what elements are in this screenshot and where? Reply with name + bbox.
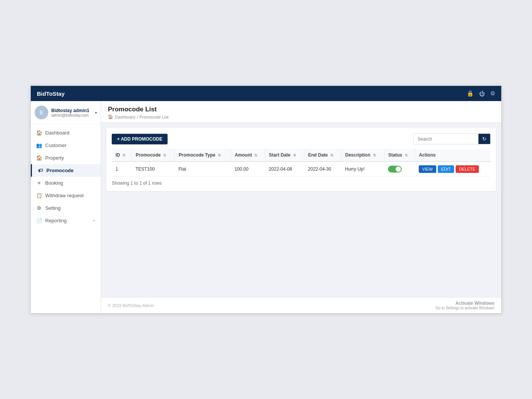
col-description: Description ⇅ — [341, 149, 384, 162]
cell-description: Hurry Up! — [341, 162, 384, 177]
reporting-icon: 📄 — [36, 218, 42, 223]
home-breadcrumb-icon: 🏠 — [108, 114, 113, 119]
gear-icon[interactable]: ⚙ — [490, 90, 495, 97]
main-card: + ADD PROMOCODE ↻ ID ⇅ — [106, 128, 496, 191]
sidebar-item-promocode[interactable]: 🏷 Promocode — [31, 164, 101, 177]
sort-icon-end-date[interactable]: ⇅ — [330, 153, 333, 157]
cell-start-date: 2022-04-08 — [265, 162, 304, 177]
setting-icon: ⚙ — [36, 205, 42, 211]
edit-button[interactable]: EDIT — [438, 165, 454, 173]
content-area: Promocode List 🏠 Dashboard / Promocode L… — [101, 101, 501, 313]
sidebar-item-booking[interactable]: ≡ Booking — [31, 177, 101, 189]
view-button[interactable]: VIEW — [419, 165, 436, 173]
table-header-row: ID ⇅ Promocode ⇅ Promocode Type ⇅ — [112, 149, 491, 162]
page-title: Promocode List — [108, 106, 494, 113]
breadcrumb-current: Promocode List — [139, 115, 168, 119]
sidebar-item-setting[interactable]: ⚙ Setting — [31, 202, 101, 214]
delete-button[interactable]: DELETE — [456, 165, 479, 173]
sort-icon-start-date[interactable]: ⇅ — [293, 153, 296, 157]
user-email: admin@bidtostay.com — [51, 113, 92, 117]
sort-icon-promocode[interactable]: ⇅ — [163, 153, 166, 157]
cell-id: 1 — [112, 162, 131, 177]
cell-actions: VIEW EDIT DELETE — [415, 162, 491, 177]
col-type: Promocode Type ⇅ — [175, 149, 231, 162]
sort-icon-type[interactable]: ⇅ — [218, 153, 221, 157]
sidebar-item-label: Booking — [45, 180, 63, 186]
sidebar-item-reporting[interactable]: 📄 Reporting + — [31, 214, 101, 227]
top-nav: BidToStay 🔒 ⏻ ⚙ — [31, 86, 501, 101]
main-area: B Bidtostay admin1 admin@bidtostay.com ▾… — [31, 101, 501, 313]
sort-icon-description[interactable]: ⇅ — [373, 153, 376, 157]
sidebar-item-label: Reporting — [45, 218, 66, 223]
col-promocode: Promocode ⇅ — [131, 149, 174, 162]
breadcrumb-separator: / — [137, 115, 138, 119]
property-icon: 🏠 — [36, 155, 42, 161]
users-icon: 👥 — [36, 142, 42, 148]
sidebar-item-customer[interactable]: 👥 Customer — [31, 139, 101, 152]
sidebar-item-dashboard[interactable]: 🏠 Dashboard — [31, 127, 101, 139]
cell-status — [384, 162, 415, 177]
sidebar-item-label: Withdraw request — [45, 193, 84, 198]
sidebar-item-withdraw-request[interactable]: 📋 Withdraw request — [31, 189, 101, 202]
tag-icon: 🏷 — [37, 168, 43, 173]
table-row: 1 TEST100 Flat 100.00 2022-04-08 2022-04… — [112, 162, 491, 177]
col-end-date: End Date ⇅ — [304, 149, 341, 162]
lock-icon[interactable]: 🔒 — [467, 90, 474, 97]
status-toggle[interactable] — [388, 166, 402, 173]
search-input[interactable] — [414, 134, 478, 144]
brand-logo: BidToStay — [37, 90, 467, 97]
sort-icon-id[interactable]: ⇅ — [122, 153, 125, 157]
activate-title: Activate Windows — [435, 301, 494, 306]
activate-subtitle: Go to Settings to activate Windows — [435, 306, 494, 310]
cell-end-date: 2022-04-30 — [304, 162, 341, 177]
withdraw-icon: 📋 — [36, 193, 42, 198]
footer: © 2019 BidToStay Admin Activate Windows … — [101, 297, 501, 313]
sort-icon-amount[interactable]: ⇅ — [254, 153, 257, 157]
sidebar-item-label: Property — [45, 155, 64, 161]
col-actions: Actions — [415, 149, 491, 162]
user-info: Bidtostay admin1 admin@bidtostay.com — [51, 108, 92, 117]
activate-windows: Activate Windows Go to Settings to activ… — [435, 301, 494, 310]
home-icon: 🏠 — [36, 130, 42, 136]
breadcrumb: 🏠 Dashboard / Promocode List — [108, 114, 494, 119]
copyright-text: © 2019 BidToStay Admin — [108, 303, 154, 308]
sidebar-item-label: Dashboard — [45, 130, 70, 136]
avatar: B — [35, 106, 48, 119]
plus-icon: + — [92, 218, 95, 223]
sidebar-item-label: Customer — [45, 142, 66, 148]
col-start-date: Start Date ⇅ — [265, 149, 304, 162]
search-box: ↻ — [413, 133, 491, 144]
sidebar-item-property[interactable]: 🏠 Property — [31, 152, 101, 164]
chevron-down-icon: ▾ — [95, 111, 97, 115]
cell-promocode: TEST100 — [131, 162, 174, 177]
user-name: Bidtostay admin1 — [51, 108, 92, 113]
sidebar: B Bidtostay admin1 admin@bidtostay.com ▾… — [31, 101, 101, 313]
page-header: Promocode List 🏠 Dashboard / Promocode L… — [101, 101, 501, 123]
booking-icon: ≡ — [36, 180, 42, 186]
breadcrumb-home-link[interactable]: Dashboard — [115, 115, 135, 119]
col-amount: Amount ⇅ — [231, 149, 265, 162]
sort-icon-status[interactable]: ⇅ — [405, 153, 408, 157]
cell-amount: 100.00 — [231, 162, 265, 177]
sidebar-item-label: Setting — [45, 205, 60, 211]
sidebar-item-label: Promocode — [46, 168, 74, 173]
user-section[interactable]: B Bidtostay admin1 admin@bidtostay.com ▾ — [31, 101, 101, 124]
toolbar: + ADD PROMOCODE ↻ — [112, 133, 491, 144]
nav-icons: 🔒 ⏻ ⚙ — [467, 90, 495, 97]
nav-items: 🏠 Dashboard 👥 Customer 🏠 Property 🏷 Prom… — [31, 124, 101, 313]
search-refresh-button[interactable]: ↻ — [478, 134, 490, 144]
col-status: Status ⇅ — [384, 149, 415, 162]
reporting-left: 📄 Reporting — [36, 218, 66, 223]
promocode-table: ID ⇅ Promocode ⇅ Promocode Type ⇅ — [112, 149, 491, 177]
showing-text: Showing 1 to 1 of 1 rows — [112, 180, 491, 186]
power-icon[interactable]: ⏻ — [479, 90, 485, 97]
cell-type: Flat — [175, 162, 231, 177]
add-promocode-button[interactable]: + ADD PROMOCODE — [112, 134, 168, 144]
col-id: ID ⇅ — [112, 149, 131, 162]
page-body: + ADD PROMOCODE ↻ ID ⇅ — [101, 123, 501, 297]
